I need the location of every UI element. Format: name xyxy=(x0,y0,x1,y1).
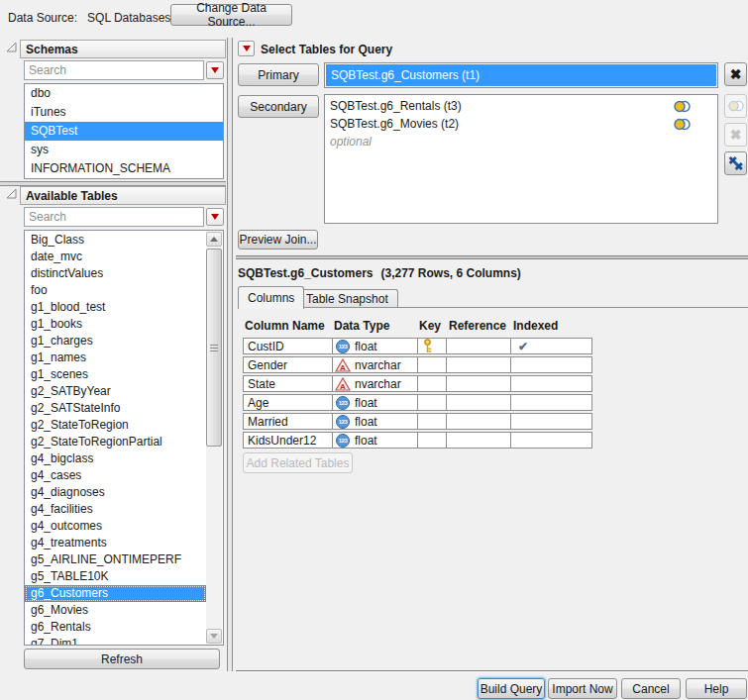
table-item[interactable]: g4_bigclass xyxy=(25,450,206,467)
left-outer-join-icon[interactable] xyxy=(673,118,692,131)
table-row[interactable]: CustID 123float ✔ xyxy=(243,338,592,354)
add-related-tables-button: Add Related Tables xyxy=(243,452,353,473)
table-item[interactable]: distinctValues xyxy=(25,265,206,282)
table-item[interactable]: Big_Class xyxy=(25,232,206,249)
table-item[interactable]: g1_names xyxy=(25,350,206,366)
schema-item[interactable]: sys xyxy=(25,141,223,159)
schema-item[interactable]: INFORMATION_SCHEMA xyxy=(25,159,223,178)
table-item[interactable]: g2_SATStateInfo xyxy=(25,400,206,417)
cancel-button[interactable]: Cancel xyxy=(621,678,681,699)
schemas-list: dbo iTunes SQBTest sys INFORMATION_SCHEM… xyxy=(24,83,224,179)
red-triangle-icon xyxy=(211,67,219,73)
refresh-button[interactable]: Refresh xyxy=(24,649,220,669)
panel-bottom-border xyxy=(236,670,748,672)
select-tables-title: Select Tables for Query xyxy=(261,43,392,56)
disclosure-triangle-icon[interactable] xyxy=(5,187,18,200)
table-row[interactable]: KidsUnder12 123float xyxy=(243,432,592,449)
table-item[interactable]: g4_facilities xyxy=(25,501,206,518)
tab-columns[interactable]: Columns xyxy=(238,286,304,309)
data-source-label: Data Source:SQL Databases xyxy=(8,11,170,25)
table-item[interactable]: g2_StateToRegion xyxy=(25,417,206,434)
help-button[interactable]: Help xyxy=(686,678,747,699)
table-item[interactable]: g1_books xyxy=(25,316,206,333)
table-row[interactable]: State A nvarchar xyxy=(243,375,592,392)
remove-primary-table-button[interactable]: ✖ xyxy=(724,62,747,86)
secondary-button[interactable]: Secondary xyxy=(238,95,319,118)
primary-table-row-selected[interactable]: SQBTest.g6_Customers (t1) xyxy=(326,64,716,86)
table-row[interactable]: Gender A nvarchar xyxy=(243,356,592,373)
table-summary: (3,277 Rows, 6 Columns) xyxy=(380,266,520,280)
table-item[interactable]: date_mvc xyxy=(25,249,206,265)
svg-text:A: A xyxy=(340,363,346,372)
tab-divider xyxy=(238,307,748,308)
red-triangle-icon xyxy=(211,214,219,220)
table-item[interactable]: g2_SATByYear xyxy=(25,383,206,400)
schema-item[interactable]: dbo xyxy=(25,84,223,103)
query-menu-button[interactable] xyxy=(238,41,255,56)
available-tables-panel-header[interactable]: Available Tables xyxy=(20,186,226,205)
primary-button[interactable]: Primary xyxy=(238,63,319,86)
table-item[interactable]: foo xyxy=(25,282,206,299)
table-item[interactable]: g1_blood_test xyxy=(25,299,206,316)
key-icon xyxy=(422,339,433,353)
table-item[interactable]: g4_treatments xyxy=(25,535,206,551)
secondary-table-list: SQBTest.g6_Rentals (t3) SQBTest.g6_Movie… xyxy=(324,94,718,224)
available-tables-list: Big_Class date_mvc distinctValues foo g1… xyxy=(24,230,224,646)
join-venn-icon xyxy=(727,100,745,112)
table-item[interactable]: g4_diagnoses xyxy=(25,484,206,501)
preview-join-button[interactable]: Preview Join... xyxy=(238,230,318,250)
data-source-value: SQL Databases xyxy=(87,11,170,25)
schemas-panel-header[interactable]: Schemas xyxy=(20,40,226,58)
tab-table-snapshot[interactable]: Table Snapshot xyxy=(296,289,398,307)
optional-hint: optional xyxy=(325,133,717,150)
table-item[interactable]: g5_AIRLINE_ONTIMEPERF xyxy=(25,551,206,568)
character-a-icon: A xyxy=(335,377,351,391)
right-panel-splitter[interactable] xyxy=(236,255,748,259)
schemas-search-input[interactable] xyxy=(24,60,204,80)
tables-search-input[interactable] xyxy=(24,207,204,227)
schema-item-selected[interactable]: SQBTest xyxy=(25,122,223,141)
primary-table-list: SQBTest.g6_Customers (t1) xyxy=(324,62,718,88)
table-item[interactable]: g6_Movies xyxy=(25,602,206,619)
remove-secondary-table-button: ✖ xyxy=(724,123,747,147)
character-a-icon: A xyxy=(335,358,351,372)
table-item[interactable]: g5_TABLE10K xyxy=(25,568,206,585)
schemas-search-menu-button[interactable] xyxy=(206,61,224,79)
change-data-source-button[interactable]: Change Data Source... xyxy=(170,4,292,26)
table-item[interactable]: g4_outcomes xyxy=(25,518,206,535)
secondary-table-row[interactable]: SQBTest.g6_Rentals (t3) xyxy=(325,97,717,115)
import-now-button[interactable]: Import Now xyxy=(548,678,617,699)
vertical-splitter[interactable] xyxy=(227,38,233,671)
table-row[interactable]: Married 123float xyxy=(243,413,592,430)
scroll-down-icon[interactable] xyxy=(206,629,222,644)
table-item[interactable]: g6_Rentals xyxy=(25,619,206,636)
left-outer-join-icon[interactable] xyxy=(673,100,692,113)
table-name: SQBTest.g6_Customers xyxy=(238,266,373,280)
join-editor-button[interactable]: ✖ ✖ xyxy=(724,151,747,175)
table-item-selected[interactable]: g6_Customers xyxy=(25,585,206,602)
scroll-up-icon[interactable] xyxy=(206,232,222,247)
numeric-123-icon: 123 xyxy=(336,340,350,353)
svg-text:A: A xyxy=(340,382,346,391)
table-details-heading: SQBTest.g6_Customers(3,277 Rows, 6 Colum… xyxy=(238,266,529,280)
table-item[interactable]: g4_cases xyxy=(25,467,206,484)
disclosure-triangle-icon[interactable] xyxy=(5,41,18,53)
scrollbar-thumb[interactable] xyxy=(206,249,222,447)
join-editor-icon: ✖ xyxy=(734,161,743,172)
tables-search-menu-button[interactable] xyxy=(206,208,224,226)
join-tables-button xyxy=(724,94,747,118)
build-query-button[interactable]: Build Query xyxy=(478,678,545,699)
schema-item[interactable]: iTunes xyxy=(25,103,223,122)
table-item[interactable]: g1_charges xyxy=(25,333,206,350)
numeric-123-icon: 123 xyxy=(336,415,350,429)
table-item[interactable]: g1_scenes xyxy=(25,366,206,383)
columns-table: CustID 123float ✔ Gender A nvarchar Stat… xyxy=(243,338,592,450)
table-row[interactable]: Age 123float xyxy=(243,394,592,411)
table-item[interactable]: g2_StateToRegionPartial xyxy=(25,434,206,450)
tables-scrollbar[interactable] xyxy=(206,232,222,644)
red-triangle-icon xyxy=(243,46,251,51)
indexed-check-icon: ✔ xyxy=(518,340,528,353)
table-item[interactable]: g7_Dim1 xyxy=(25,636,206,645)
secondary-table-row[interactable]: SQBTest.g6_Movies (t2) xyxy=(325,115,717,133)
numeric-123-icon: 123 xyxy=(336,396,350,410)
